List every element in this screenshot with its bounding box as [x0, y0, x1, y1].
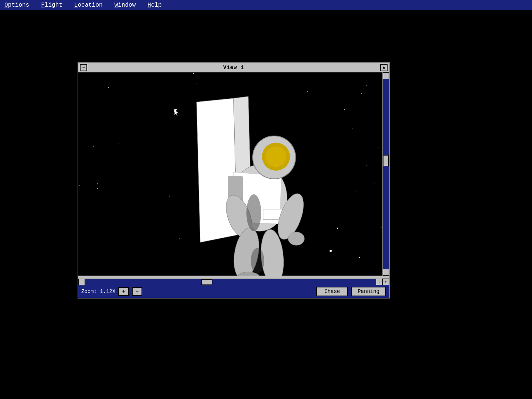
star — [153, 116, 153, 116]
star — [97, 183, 98, 184]
star — [374, 184, 375, 184]
menubar: Options Flight Location Window Help — [0, 0, 532, 10]
main-window: − View 1 ▲ — [78, 62, 390, 299]
star — [108, 87, 109, 88]
star — [381, 139, 382, 139]
star — [119, 143, 119, 144]
star — [378, 147, 379, 147]
scrollbar-vertical: ↑ ↓ — [382, 72, 389, 276]
svg-marker-18 — [174, 109, 179, 116]
zoom-plus-button[interactable]: + — [118, 287, 129, 296]
star — [381, 228, 382, 228]
star — [193, 73, 194, 74]
star — [352, 128, 352, 129]
titlebar: − View 1 ▲ — [78, 63, 389, 72]
star — [368, 146, 368, 147]
star — [361, 93, 362, 94]
star — [366, 165, 367, 166]
star — [79, 185, 80, 186]
viewport[interactable] — [78, 72, 382, 276]
scroll-up-button[interactable]: ↑ — [383, 72, 389, 79]
scroll-down-button[interactable]: ↓ — [383, 269, 389, 276]
close-button[interactable]: − — [80, 64, 87, 71]
scroll-thumb-vertical[interactable] — [383, 155, 389, 166]
star — [134, 117, 134, 117]
star — [307, 91, 308, 92]
star — [381, 202, 382, 202]
menu-help[interactable]: Help — [146, 1, 163, 9]
chase-button[interactable]: Chase — [316, 287, 348, 296]
star — [169, 196, 170, 197]
window-title: View 1 — [223, 65, 244, 71]
scroll-track-horizontal[interactable] — [85, 279, 376, 285]
scrollbar-horizontal: ← → — [78, 279, 382, 285]
menu-options[interactable]: Options — [3, 1, 31, 9]
svg-point-16 — [246, 194, 261, 231]
star — [346, 213, 346, 213]
menu-location[interactable]: Location — [73, 1, 104, 9]
statusbar: Zoom: 1.12X + − Chase Panning — [78, 285, 389, 298]
star — [197, 83, 197, 84]
scroll-thumb-horizontal[interactable] — [201, 279, 212, 285]
svg-point-11 — [288, 232, 304, 245]
star — [115, 239, 116, 239]
scroll-track-vertical[interactable] — [383, 79, 389, 269]
star — [91, 213, 91, 213]
star — [93, 146, 94, 147]
corner-resize-button[interactable]: + — [382, 279, 389, 285]
panning-button[interactable]: Panning — [351, 287, 386, 296]
star — [155, 176, 155, 176]
star — [381, 242, 381, 242]
star — [366, 85, 367, 86]
zoom-label: Zoom: 1.12X — [81, 289, 115, 294]
star — [97, 188, 98, 189]
star — [92, 95, 92, 96]
star — [328, 79, 328, 79]
scroll-right-button[interactable]: → — [376, 279, 382, 285]
menu-flight[interactable]: Flight — [40, 1, 64, 9]
star — [344, 109, 345, 110]
scroll-left-button[interactable]: ← — [78, 279, 85, 285]
svg-point-8 — [266, 146, 286, 167]
star — [381, 106, 382, 106]
star — [355, 191, 356, 191]
maximize-button[interactable]: ▲ — [380, 64, 388, 71]
astronaut-figure — [174, 95, 344, 276]
star — [359, 257, 360, 258]
menu-window[interactable]: Window — [113, 1, 137, 9]
zoom-minus-button[interactable]: − — [132, 287, 142, 296]
star — [91, 160, 91, 160]
svg-point-17 — [251, 248, 264, 274]
